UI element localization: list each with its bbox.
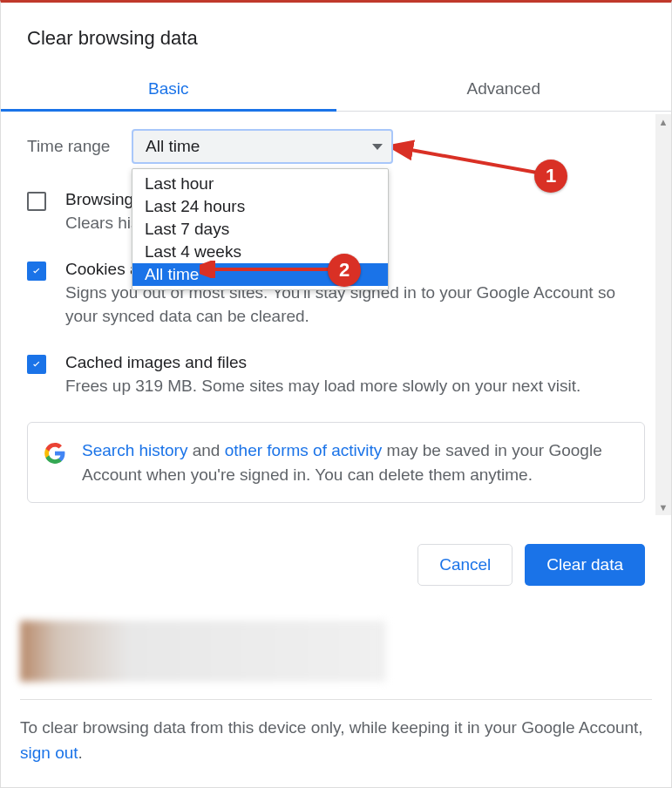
clear-browsing-data-dialog: Clear browsing data Basic Advanced ▲ ▼ T… bbox=[0, 0, 672, 788]
time-range-value: All time bbox=[146, 137, 200, 156]
dropdown-option[interactable]: Last 24 hours bbox=[132, 195, 388, 218]
option-title: Cached images and files bbox=[65, 353, 645, 372]
search-history-link[interactable]: Search history bbox=[82, 441, 187, 459]
google-account-info: Search history and other forms of activi… bbox=[27, 422, 645, 503]
option-cache: Cached images and files Frees up 319 MB.… bbox=[27, 353, 645, 398]
checkbox-cache[interactable] bbox=[27, 355, 46, 374]
annotation-badge-2: 2 bbox=[328, 254, 361, 287]
tab-advanced[interactable]: Advanced bbox=[336, 65, 672, 111]
option-desc: Frees up 319 MB. Some sites may load mor… bbox=[65, 374, 645, 398]
time-range-row: Time range All time bbox=[27, 129, 645, 164]
time-range-select[interactable]: All time bbox=[132, 129, 393, 164]
dropdown-option[interactable]: Last hour bbox=[132, 173, 388, 195]
cancel-button[interactable]: Cancel bbox=[417, 544, 512, 586]
chevron-down-icon bbox=[372, 144, 383, 150]
other-activity-link[interactable]: other forms of activity bbox=[225, 441, 383, 459]
info-text: Search history and other forms of activi… bbox=[82, 438, 628, 486]
checkbox-browsing-history[interactable] bbox=[27, 192, 46, 211]
google-logo-icon bbox=[44, 442, 66, 465]
dropdown-option[interactable]: Last 7 days bbox=[132, 218, 388, 241]
time-range-label: Time range bbox=[27, 137, 114, 156]
bottom-note: To clear browsing data from this device … bbox=[1, 700, 671, 781]
dialog-title: Clear browsing data bbox=[1, 3, 671, 65]
checkbox-cookies[interactable] bbox=[27, 262, 46, 281]
tab-basic[interactable]: Basic bbox=[1, 65, 336, 111]
tabs: Basic Advanced bbox=[1, 65, 671, 112]
sign-out-link[interactable]: sign out bbox=[20, 744, 78, 762]
clear-data-button[interactable]: Clear data bbox=[525, 544, 645, 586]
annotation-badge-1: 1 bbox=[534, 160, 567, 193]
blurred-image bbox=[20, 621, 386, 682]
dialog-footer: Cancel Clear data bbox=[1, 509, 671, 603]
